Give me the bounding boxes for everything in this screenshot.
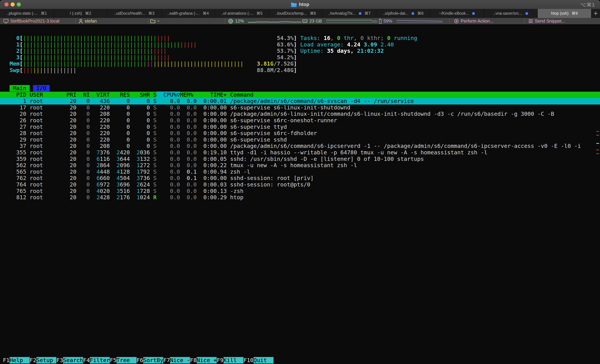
terminal-window: htop ⌥⌘1 ..plugins-stats (-...⌘1/ (-zsh)…	[0, 0, 600, 364]
process-command: s6-supervise ttyd	[227, 124, 287, 130]
meter-value: /7.52G	[273, 60, 293, 67]
process-row-26[interactable]: 26 root 20 0 220 0 0 S 0.0 0.0 0:00.00 s…	[0, 117, 600, 124]
process-row-812[interactable]: 812 root 20 0 2428 2176 1024 R 0.0 0.0 0…	[0, 194, 600, 201]
process-row-1[interactable]: 1 root 20 0 436 0 0 S 0.0 0.0 0:00.01 /p…	[0, 98, 600, 104]
tab-shortcut: ⌘5	[256, 11, 262, 16]
meter-0: 0[||||||||||||||||||||||||||||||||||||||…	[0, 35, 600, 41]
tab-3[interactable]: ..udDocs/Health...⌘3	[108, 9, 161, 18]
process-command: s6-supervise sshd	[227, 136, 287, 143]
process-row-17[interactable]: 17 root 20 0 220 0 0 S 0.0 0.0 0:00.00 s…	[0, 104, 600, 111]
column-header-10[interactable]: MEM%	[180, 92, 197, 98]
scroll-mark	[596, 143, 599, 144]
tab-shortcut: ⌘2	[85, 11, 91, 16]
process-row-28[interactable]: 28 root 20 0 220 0 0 S 0.0 0.0 0:00.00 s…	[0, 130, 600, 137]
fkey-F7[interactable]: F7Nice -	[163, 357, 190, 364]
column-header-9[interactable]: CPU%▽	[157, 92, 180, 98]
tabs: ..plugins-stats (-...⌘1/ (-zsh)⌘2..udDoc…	[0, 9, 591, 18]
column-header-2[interactable]: USER	[30, 92, 63, 98]
column-header-11[interactable]: TIME+	[197, 92, 227, 98]
status-text: 23 GB	[309, 19, 322, 24]
meter-value: 54.3%	[277, 35, 294, 41]
meter-label: 0	[3, 35, 20, 41]
fkey-F6[interactable]: F6SortBy	[137, 357, 163, 364]
status-text: StefBookPro2021-3.local	[10, 19, 59, 24]
process-command: sshd-session: root [priv]	[227, 175, 314, 181]
screen-tab-i-o[interactable]: I/O	[33, 85, 50, 92]
fkey-F9[interactable]: F9Kill	[217, 357, 244, 364]
column-header-5[interactable]: VIRT	[90, 92, 110, 98]
process-row-20[interactable]: 20 root 20 0 208 0 0 S 0.0 0.0 0:00.00 /…	[0, 111, 600, 117]
uptime: Uptime: 35 days, 21:02:32	[300, 48, 384, 54]
process-row-359[interactable]: 359 root 20 0 6116 3644 3132 S 0.0 0.0 0…	[0, 156, 600, 162]
process-row-27[interactable]: 27 root 20 0 220 0 0 S 0.0 0.0 0:00.00 s…	[0, 124, 600, 130]
status-send-snippet[interactable]: Send Snippet...	[528, 18, 565, 24]
tab-shortcut: ⌘6	[310, 11, 316, 16]
tab-8[interactable]: ..s/pihole-dat...⌘8	[376, 9, 430, 18]
display-icon	[3, 19, 9, 24]
tab-shortcut: ⌘1	[41, 11, 47, 16]
fkey-F10[interactable]: F10Quit	[244, 357, 273, 364]
tab-label: ..vna-saver/src...	[493, 11, 522, 16]
fkey-F3[interactable]: F3Search	[56, 357, 83, 364]
column-header-0[interactable]: PID	[3, 92, 26, 98]
meter-mem: Mem[||||||||||||||||||||||||||||||||||||…	[0, 61, 600, 67]
tab-label: ..heAnalogThi...	[328, 11, 356, 16]
tab-label: ..loudDocs/temp...	[275, 11, 307, 16]
fkey-F1[interactable]: F1Help	[3, 357, 30, 364]
process-table-header: PID USER PRI NI VIRT RES SHR S CPU%▽MEM%…	[0, 92, 600, 98]
tab-9[interactable]: ~/Kindle-eBook...	[430, 9, 484, 18]
tab-7[interactable]: ..heAnalogThi...⌘7	[323, 9, 376, 18]
tab-6[interactable]: ..loudDocs/temp...⌘6	[269, 9, 323, 18]
column-header-12[interactable]: Command	[227, 92, 253, 98]
tab-11[interactable]: htop (ssh)⌘9	[538, 9, 591, 18]
tab-10[interactable]: ..vna-saver/src...	[484, 9, 538, 18]
meter-ticks-green: ||||||||||||||||||||||||||||||||||||||||	[23, 54, 157, 61]
htop-screen-tabs: Main I/O	[0, 85, 600, 92]
meter-3: 3[||||||||||||||||||||||||||||||||||||||…	[0, 54, 600, 61]
process-row-355[interactable]: 355 root 20 0 7376 2420 2036 S 0.0 0.0 0…	[0, 149, 600, 156]
status-text: 12%	[235, 19, 244, 24]
process-row-764[interactable]: 764 root 20 0 6972 3696 2624 S 0.0 0.0 0…	[0, 181, 600, 188]
new-tab-button[interactable]: +	[591, 9, 600, 18]
process-command: /package/admin/s6-linux-init/command/s6-…	[227, 111, 554, 117]
meter-ticks-green: ||||||||||||||||||||||||||||||||||||||||	[23, 35, 157, 41]
process-row-765[interactable]: 765 root 20 0 4020 3516 1728 S 0.0 0.0 0…	[0, 188, 600, 195]
column-header-4[interactable]: NI	[76, 92, 90, 98]
activity-dot-icon	[472, 12, 475, 15]
status-memory-usage: 23 GB	[302, 18, 377, 24]
process-command: sshd-session: root@pts/0	[227, 181, 310, 188]
status-bar: StefBookPro2021-3.localstefan~12%23 GB59…	[0, 18, 600, 24]
scroll-mark	[596, 149, 599, 150]
folder-icon	[291, 2, 297, 7]
meter-swp: Swp[|||||||||||||||| 88.8M/2.48G]	[0, 67, 600, 74]
fkey-F5[interactable]: F5Tree	[110, 357, 137, 364]
cpu-icon	[228, 19, 234, 24]
tab-2[interactable]: / (-zsh)⌘2	[54, 9, 108, 18]
column-header-6[interactable]: RES	[110, 92, 130, 98]
memory-usage-graph	[326, 19, 377, 23]
meter-value: 63.6%	[277, 41, 294, 48]
tab-1[interactable]: ..plugins-stats (-...⌘1	[0, 9, 54, 18]
fkey-F8[interactable]: F8Nice +	[190, 357, 217, 364]
tab-label: / (-zsh)	[70, 11, 82, 16]
process-row-565[interactable]: 565 root 20 0 4448 4128 1792 S 0.0 0.1 0…	[0, 169, 600, 175]
fkey-F2[interactable]: F2Setup	[30, 357, 56, 364]
column-header-7[interactable]: SHR	[130, 92, 150, 98]
column-header-3[interactable]: PRI	[63, 92, 76, 98]
process-row-37[interactable]: 37 root 20 0 208 0 0 S 0.0 0.0 0:00.00 /…	[0, 143, 600, 149]
process-command: htop	[227, 194, 244, 201]
tab-label: ~/Kindle-eBook...	[439, 11, 469, 16]
process-command: ttyd -d1 -i hassio --writable -p 64780 t…	[227, 149, 487, 156]
status-perform-action[interactable]: Perform Action...	[454, 18, 493, 24]
tab-4[interactable]: ..ealth-grafana (-...⌘4	[161, 9, 215, 18]
tab-5[interactable]: ..ol animations (-...⌘5	[215, 9, 269, 18]
column-header-8[interactable]: S	[150, 92, 157, 98]
meter-label: 3	[3, 54, 20, 61]
column-header-1[interactable]	[26, 92, 30, 98]
process-row-29[interactable]: 29 root 20 0 220 0 0 S 0.0 0.0 0:00.00 s…	[0, 137, 600, 143]
process-row-762[interactable]: 762 root 20 0 6660 4504 3736 S 0.0 0.1 0…	[0, 175, 600, 181]
process-row-562[interactable]: 562 root 20 0 2864 2096 1272 S 0.0 0.0 0…	[0, 162, 600, 169]
screen-tab-main[interactable]: Main	[9, 85, 29, 92]
meter-ticks-red: ||||	[153, 48, 167, 54]
fkey-F4[interactable]: F4Filter	[83, 357, 110, 364]
